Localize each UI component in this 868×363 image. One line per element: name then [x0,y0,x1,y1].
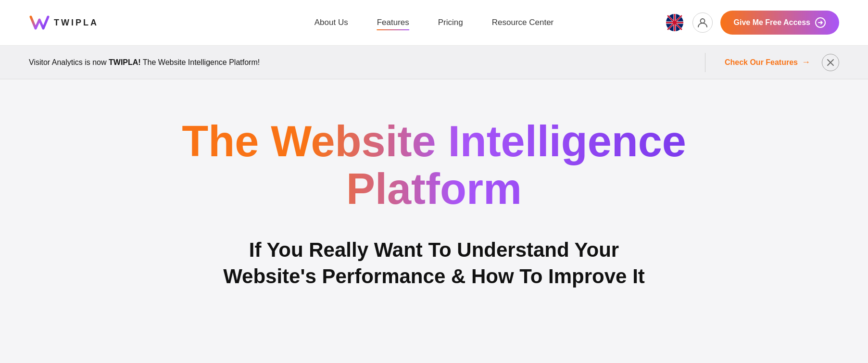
cta-arrow-icon [815,17,826,28]
navbar: TWIPLA About Us Features Pricing Resourc… [0,0,868,46]
nav-right: Give Me Free Access [665,11,840,35]
nav-links: About Us Features Pricing Resource Cente… [314,18,554,27]
svg-point-1 [700,19,704,23]
brand-name: TWIPLA [54,18,99,28]
hero-section: The Website Intelligence Platform If You… [0,79,868,318]
nav-about-us[interactable]: About Us [314,18,348,27]
check-features-link[interactable]: Check Our Features → [725,57,810,67]
user-icon [697,17,708,28]
announcement-banner: Visitor Analytics is now TWIPLA! The Web… [0,46,868,79]
nav-pricing[interactable]: Pricing [438,18,463,27]
banner-close-button[interactable] [822,54,839,71]
language-button[interactable] [665,13,685,33]
banner-divider [705,53,705,72]
hero-title: The Website Intelligence Platform [182,118,686,213]
user-account-button[interactable] [692,13,713,33]
arrow-right-icon [818,20,823,25]
close-icon [827,59,834,66]
logo-icon [29,12,50,33]
cta-free-access-button[interactable]: Give Me Free Access [720,11,840,35]
hero-subtitle: If You Really Want To Understand Your We… [218,237,651,289]
nav-resource-center[interactable]: Resource Center [492,18,554,27]
banner-text: Visitor Analytics is now TWIPLA! The Web… [29,58,686,67]
flag-icon [666,13,684,32]
banner-arrow-icon: → [802,57,810,67]
logo[interactable]: TWIPLA [29,12,99,33]
nav-features[interactable]: Features [377,18,409,27]
